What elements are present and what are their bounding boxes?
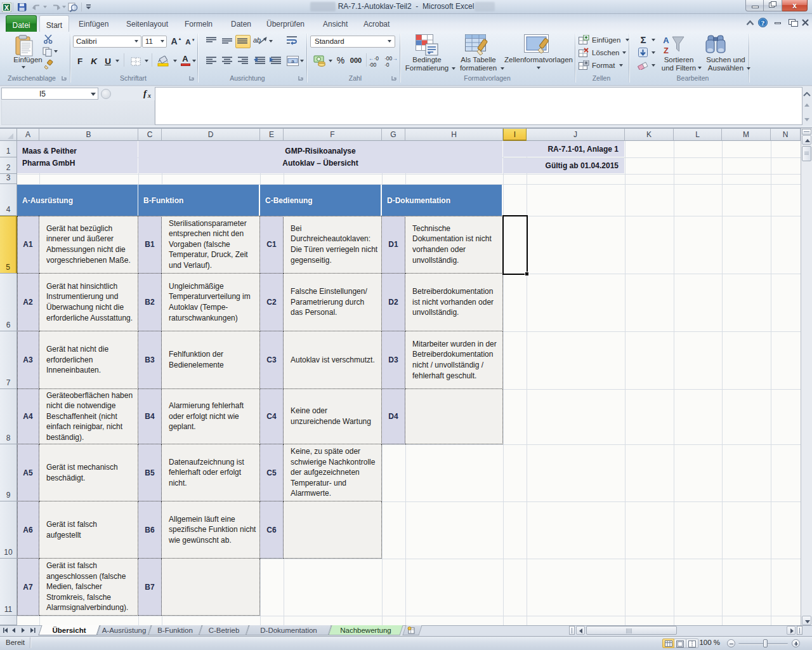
svg-text:A: A — [663, 36, 669, 45]
svg-text:x: x — [147, 92, 151, 99]
svg-text:?: ? — [761, 19, 765, 27]
svg-text:X: X — [4, 4, 10, 11]
svg-text:f: f — [143, 88, 148, 98]
svg-text:a: a — [291, 58, 294, 64]
svg-text:Z: Z — [664, 46, 669, 55]
